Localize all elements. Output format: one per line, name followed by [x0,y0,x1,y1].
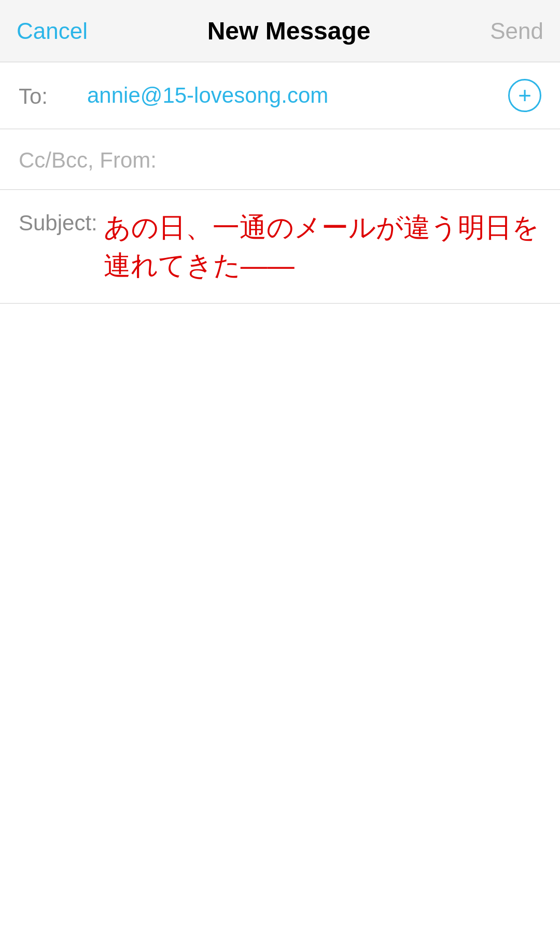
send-button[interactable]: Send [490,18,543,44]
compose-header: Cancel New Message Send [0,0,560,62]
add-recipient-button[interactable]: + [508,79,541,112]
to-value[interactable]: annie@15-lovesong.com [87,83,508,108]
subject-value[interactable]: あの日、一通のメールが違う明日を連れてきた—— [104,209,541,284]
subject-label: Subject: [19,209,97,236]
message-body[interactable] [0,304,560,926]
cc-field-row: Cc/Bcc, From: [0,129,560,190]
cancel-button[interactable]: Cancel [17,18,88,44]
subject-field-row: Subject: あの日、一通のメールが違う明日を連れてきた—— [0,190,560,304]
to-label: To: [19,82,81,109]
cc-label: Cc/Bcc, From: [19,146,185,173]
to-field-row: To: annie@15-lovesong.com + [0,62,560,129]
plus-icon: + [518,84,531,107]
page-title: New Message [207,17,371,45]
